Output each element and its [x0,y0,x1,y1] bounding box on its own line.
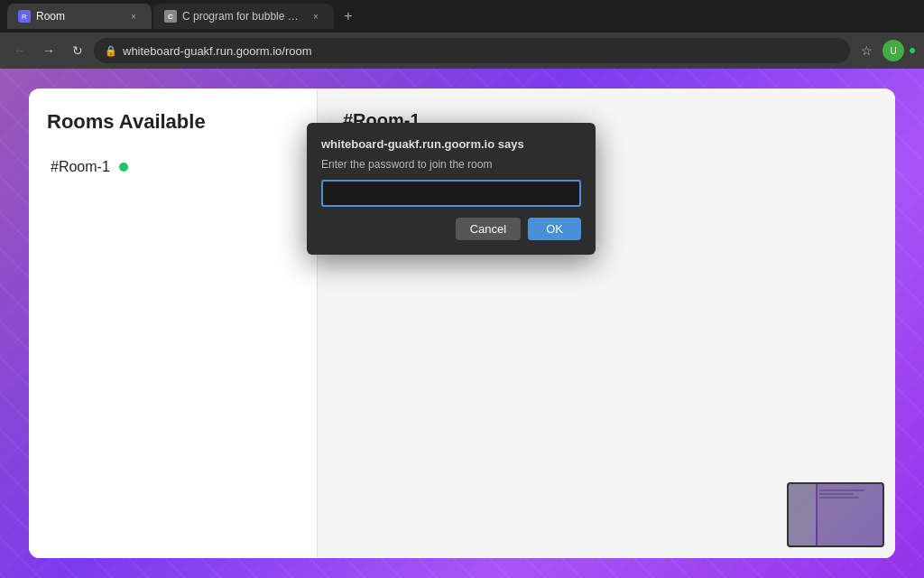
room-list-item[interactable]: #Room-1 [47,152,299,182]
tab-label-code: C program for bubble sort | Pr... [182,10,303,23]
reload-button[interactable]: ↻ [65,38,90,63]
sidebar: Rooms Available #Room-1 [29,89,318,558]
profile-status-dot [908,46,917,55]
cancel-button[interactable]: Cancel [456,218,521,240]
browser-chrome: R Room × C C program for bubble sort | P… [0,0,924,69]
lock-icon: 🔒 [105,45,117,57]
ok-button[interactable]: OK [528,218,581,240]
address-text: whiteboard-guakf.run.goorm.io/room [123,44,312,58]
profile-avatar[interactable]: U [882,40,904,61]
thumb-line-2 [819,493,854,495]
thumbnail-bg [789,484,882,545]
thumb-lines [819,489,864,499]
room-name: #Room-1 [51,159,110,175]
page-background: Rooms Available #Room-1 #Room-1 Created … [0,69,924,578]
tab-label-room: Room [36,10,121,23]
page-thumbnail [787,482,884,547]
thumb-line-1 [819,489,864,491]
password-dialog: whiteboard-guakf.run.goorm.io says Enter… [307,123,596,255]
dialog-message: Enter the password to join the room [321,158,581,171]
thumb-line-3 [819,497,859,499]
tab-favicon-code: C [164,10,177,23]
thumb-sidebar [789,484,816,545]
forward-button[interactable]: → [36,38,61,63]
back-button[interactable]: ← [7,38,32,63]
avatar-initial: U [890,46,896,56]
tab-close-room[interactable]: × [126,9,141,23]
tab-close-code[interactable]: × [309,9,323,23]
sidebar-title: Rooms Available [47,110,299,134]
new-tab-button[interactable]: + [336,4,361,29]
nav-right: ☆ U [854,38,917,63]
room-online-dot [119,163,128,172]
tab-code[interactable]: C C program for bubble sort | Pr... × [153,4,334,29]
tab-favicon-room: R [18,10,31,23]
dialog-title: whiteboard-guakf.run.goorm.io says [321,137,581,151]
password-input[interactable] [321,180,581,207]
nav-bar: ← → ↻ 🔒 whiteboard-guakf.run.goorm.io/ro… [0,33,924,69]
address-bar[interactable]: 🔒 whiteboard-guakf.run.goorm.io/room [94,38,850,63]
bookmark-button[interactable]: ☆ [854,38,879,63]
tab-room[interactable]: R Room × [7,4,152,29]
dialog-buttons: Cancel OK [321,218,581,240]
tab-bar: R Room × C C program for bubble sort | P… [0,0,924,33]
